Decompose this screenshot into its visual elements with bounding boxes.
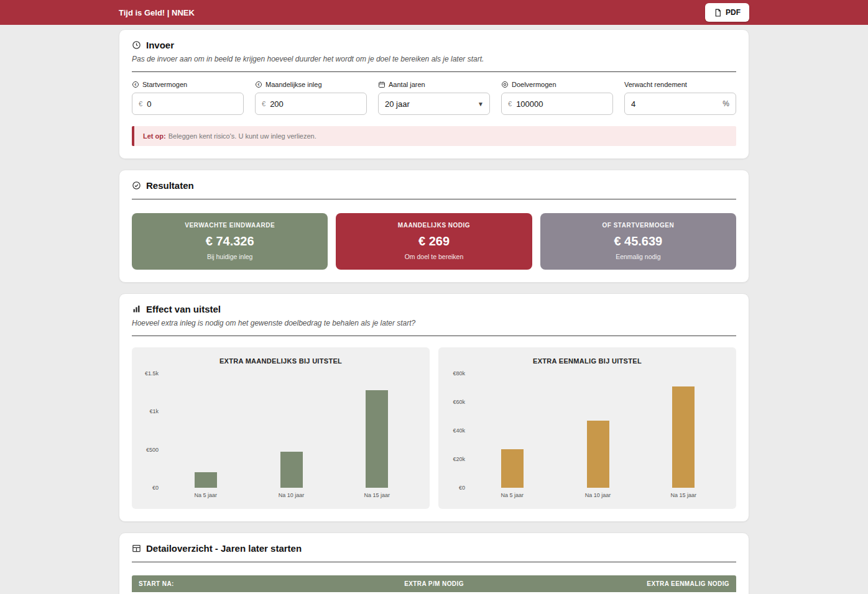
divider <box>132 336 736 336</box>
target-icon <box>501 81 509 88</box>
chart-title: EXTRA MAANDELIJKS BIJ UITSTEL <box>142 357 420 365</box>
euro-prefix: € <box>262 100 265 107</box>
warning-bold: Let op: <box>143 132 166 140</box>
input-fields-row: € Startvermogen € € Maandelijkse inleg <box>132 81 736 115</box>
y-tick-label: €0 <box>152 485 159 491</box>
bar-chart-icon <box>132 304 141 314</box>
bar <box>587 421 609 488</box>
column-header-start-na: START NA: <box>139 580 329 587</box>
warning-text: Beleggen kent risico's. U kunt uw inleg … <box>169 132 316 140</box>
resultaten-card: Resultaten VERWACHTE EINDWAARDE € 74.326… <box>119 170 749 283</box>
bar-column: Na 10 jaar <box>249 373 335 488</box>
euro-prefix: € <box>139 100 142 107</box>
divider <box>132 199 736 199</box>
resultaten-title: Resultaten <box>146 180 194 191</box>
field-doelvermogen: Doelvermogen € <box>501 81 613 115</box>
field-maandelijkse-inleg: € Maandelijkse inleg € <box>255 81 367 115</box>
result-label: OF STARTVERMOGEN <box>547 222 730 229</box>
result-subtext: Eenmalig nodig <box>547 253 730 260</box>
uitstel-card: Effect van uitstel Hoeveel extra inleg i… <box>119 293 749 522</box>
uitstel-subtitle: Hoeveel extra inleg is nodig om het gewe… <box>132 319 736 327</box>
field-verwacht-rendement: Verwacht rendement % <box>624 81 736 115</box>
doelvermogen-input[interactable] <box>516 99 606 109</box>
uitstel-title: Effect van uitstel <box>146 304 221 314</box>
result-label: MAANDELIJKS NODIG <box>342 222 525 229</box>
y-tick-label: €60k <box>453 399 465 405</box>
check-circle-icon <box>132 181 141 190</box>
pdf-button-label: PDF <box>726 8 741 17</box>
y-axis: €0€500€1k€1.5k <box>142 373 163 488</box>
chart-plot: €0€20k€40k€60k€80k Na 5 jaarNa 10 jaarNa… <box>448 373 726 488</box>
detail-table-header: START NA: EXTRA P/M NODIG EXTRA EENMALIG… <box>132 575 736 592</box>
invoer-subtitle: Pas de invoer aan om in beeld te krijgen… <box>132 55 736 63</box>
euro-coin-icon: € <box>132 81 139 88</box>
uitstel-title-row: Effect van uitstel <box>132 304 736 314</box>
chart-extra-maandelijks: EXTRA MAANDELIJKS BIJ UITSTEL €0€500€1k€… <box>132 347 430 509</box>
resultaten-title-row: Resultaten <box>132 180 736 191</box>
aantal-jaren-select[interactable]: 20 jaar <box>378 93 490 115</box>
x-axis-label: Na 10 jaar <box>555 492 641 498</box>
detail-card: Detailoverzicht - Jaren later starten ST… <box>119 532 749 594</box>
field-label: Aantal jaren <box>389 81 425 88</box>
chart-extra-eenmalig: EXTRA EENMALIG BIJ UITSTEL €0€20k€40k€60… <box>438 347 736 509</box>
bar-column: Na 15 jaar <box>334 373 420 488</box>
bar-column: Na 5 jaar <box>469 373 555 488</box>
y-tick-label: €40k <box>453 427 465 434</box>
field-label: Doelvermogen <box>512 81 556 88</box>
y-tick-label: €500 <box>146 447 159 453</box>
column-header-extra-eenmalig: EXTRA EENMALIG NODIG <box>539 580 729 587</box>
bar-column: Na 15 jaar <box>640 373 726 488</box>
bar <box>366 390 388 488</box>
column-header-extra-pm: EXTRA P/M NODIG <box>329 580 538 587</box>
table-icon <box>132 544 141 553</box>
rendement-input[interactable] <box>631 99 719 109</box>
percent-suffix: % <box>723 99 729 108</box>
x-axis-label: Na 5 jaar <box>163 492 249 498</box>
clock-icon <box>132 40 141 50</box>
y-axis: €0€20k€40k€60k€80k <box>448 373 469 488</box>
result-card-startvermogen: OF STARTVERMOGEN € 45.639 Eenmalig nodig <box>540 213 736 270</box>
pdf-button[interactable]: PDF <box>705 3 749 22</box>
field-aantal-jaren: Aantal jaren 20 jaar ▼ <box>378 81 490 115</box>
bars-area: Na 5 jaarNa 10 jaarNa 15 jaar <box>163 373 420 488</box>
divider <box>132 71 736 72</box>
chart-title: EXTRA EENMALIG BIJ UITSTEL <box>448 357 726 365</box>
bars-area: Na 5 jaarNa 10 jaarNa 15 jaar <box>469 373 726 488</box>
x-axis-label: Na 15 jaar <box>640 492 726 498</box>
detail-title: Detailoverzicht - Jaren later starten <box>146 543 302 554</box>
result-cards-row: VERWACHTE EINDWAARDE € 74.326 Bij huidig… <box>132 213 736 270</box>
y-tick-label: €1.5k <box>145 370 159 377</box>
bar-column: Na 5 jaar <box>163 373 249 488</box>
chart-plot: €0€500€1k€1.5k Na 5 jaarNa 10 jaarNa 15 … <box>142 373 420 488</box>
startvermogen-input[interactable] <box>147 99 237 109</box>
app-header: Tijd is Geld! | NNEK PDF <box>0 0 868 25</box>
field-label: Maandelijkse inleg <box>265 81 322 88</box>
invoer-card: Invoer Pas de invoer aan om in beeld te … <box>119 29 749 159</box>
euro-prefix: € <box>508 100 512 107</box>
field-label: Verwacht rendement <box>624 81 687 88</box>
x-axis-label: Na 5 jaar <box>469 492 555 498</box>
field-startvermogen: € Startvermogen € <box>132 81 244 115</box>
divider <box>132 562 736 562</box>
result-label: VERWACHTE EINDWAARDE <box>138 222 321 229</box>
invoer-title: Invoer <box>146 40 174 50</box>
result-value: € 269 <box>342 234 525 249</box>
detail-title-row: Detailoverzicht - Jaren later starten <box>132 543 736 554</box>
euro-coin-icon: € <box>255 81 262 88</box>
result-value: € 74.326 <box>138 234 321 249</box>
bar <box>501 449 524 488</box>
y-tick-label: €80k <box>453 370 465 377</box>
result-card-eindwaarde: VERWACHTE EINDWAARDE € 74.326 Bij huidig… <box>132 213 328 270</box>
charts-row: EXTRA MAANDELIJKS BIJ UITSTEL €0€500€1k€… <box>132 347 736 509</box>
maandelijkse-inleg-input[interactable] <box>270 99 360 109</box>
field-label: Startvermogen <box>142 81 187 88</box>
y-tick-label: €0 <box>459 485 465 491</box>
risk-warning: Let op:Beleggen kent risico's. U kunt uw… <box>132 126 736 146</box>
x-axis-label: Na 15 jaar <box>334 492 420 498</box>
result-value: € 45.639 <box>547 234 730 249</box>
result-subtext: Bij huidige inleg <box>138 253 321 260</box>
calendar-icon <box>378 81 386 88</box>
bar-column: Na 10 jaar <box>555 373 641 488</box>
result-subtext: Om doel te bereiken <box>342 253 525 260</box>
bar <box>280 452 303 488</box>
